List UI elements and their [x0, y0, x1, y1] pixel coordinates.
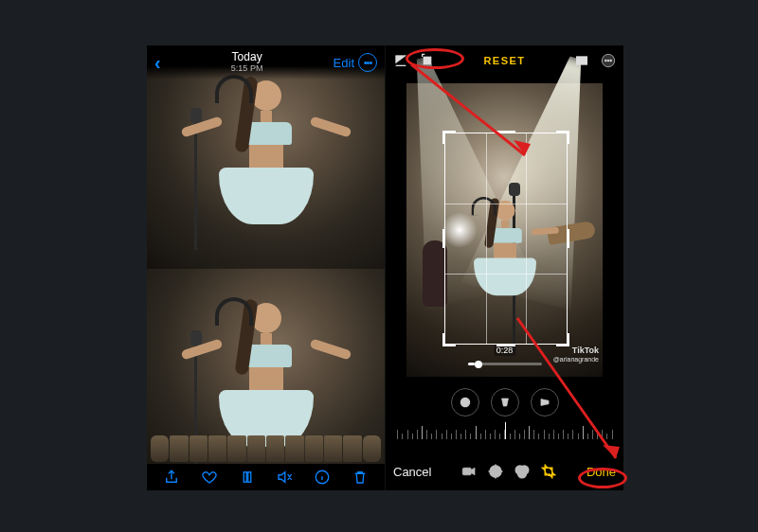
svg-point-9	[610, 60, 612, 62]
crop-editor-screen: RESET 0:28	[386, 45, 623, 490]
svg-rect-0	[244, 472, 246, 483]
crop-mode-icon[interactable]	[540, 463, 557, 480]
header-title: Today	[232, 50, 262, 63]
horizontal-perspective-icon[interactable]	[531, 388, 559, 417]
filters-mode-icon[interactable]	[514, 463, 531, 480]
crop-handle-right[interactable]	[567, 229, 569, 248]
info-icon[interactable]	[314, 469, 331, 486]
crop-handle-bottom[interactable]	[496, 344, 515, 346]
svg-rect-1	[247, 472, 250, 483]
photos-player-screen: TikTok @arianagrande ‹ Today 5:15 PM Edi…	[147, 45, 386, 490]
more-menu-icon[interactable]: •••	[358, 53, 377, 72]
crop-handle-left[interactable]	[442, 229, 445, 248]
crop-handle-tl[interactable]	[442, 131, 456, 144]
selected-indicator-icon	[548, 473, 550, 476]
cancel-button[interactable]: Cancel	[393, 465, 431, 479]
crop-frame[interactable]	[444, 133, 568, 345]
aspect-ratio-icon[interactable]	[574, 53, 589, 68]
pause-icon[interactable]	[239, 469, 256, 486]
share-icon[interactable]	[163, 469, 180, 486]
favorite-heart-icon[interactable]	[201, 469, 218, 486]
video-scrubber[interactable]	[468, 363, 542, 365]
trash-icon[interactable]	[352, 469, 369, 486]
editor-bottom-bar: Cancel Done	[386, 452, 623, 490]
crop-header: RESET	[386, 45, 623, 76]
vertical-perspective-icon[interactable]	[491, 388, 519, 417]
crop-handle-br[interactable]	[556, 333, 569, 346]
video-timeline[interactable]	[151, 435, 381, 462]
mute-speaker-icon[interactable]	[276, 469, 293, 486]
svg-point-7	[605, 60, 606, 62]
svg-point-8	[607, 60, 609, 62]
crop-handle-tr[interactable]	[556, 131, 569, 144]
adjust-mode-icon[interactable]	[487, 463, 504, 480]
rotate-icon[interactable]	[420, 53, 435, 68]
straighten-icon[interactable]	[451, 388, 479, 417]
photos-toolbar	[147, 464, 385, 490]
svg-rect-3	[424, 57, 431, 64]
angle-ruler[interactable]	[395, 422, 614, 439]
svg-point-13	[494, 470, 498, 474]
svg-rect-5	[578, 58, 583, 62]
header-subtitle: 5:15 PM	[161, 64, 334, 74]
back-chevron-icon[interactable]: ‹	[154, 52, 161, 74]
video-mode-icon[interactable]	[460, 463, 478, 480]
edit-button[interactable]: Edit	[334, 56, 354, 70]
done-button[interactable]: Done	[587, 465, 616, 479]
flip-vertical-icon[interactable]	[393, 53, 408, 68]
crop-handle-top[interactable]	[496, 131, 515, 133]
tiktok-watermark: TikTok @arianagrande	[553, 346, 599, 364]
more-icon[interactable]	[601, 53, 616, 68]
crop-adjust-row	[386, 388, 623, 417]
crop-handle-bl[interactable]	[442, 333, 456, 346]
svg-rect-11	[462, 468, 471, 475]
video-preview[interactable]: 0:28 TikTok @arianagrande	[406, 83, 603, 377]
reset-button[interactable]: RESET	[483, 55, 525, 66]
svg-point-16	[518, 470, 527, 478]
photos-header: ‹ Today 5:15 PM Edit •••	[147, 45, 385, 80]
